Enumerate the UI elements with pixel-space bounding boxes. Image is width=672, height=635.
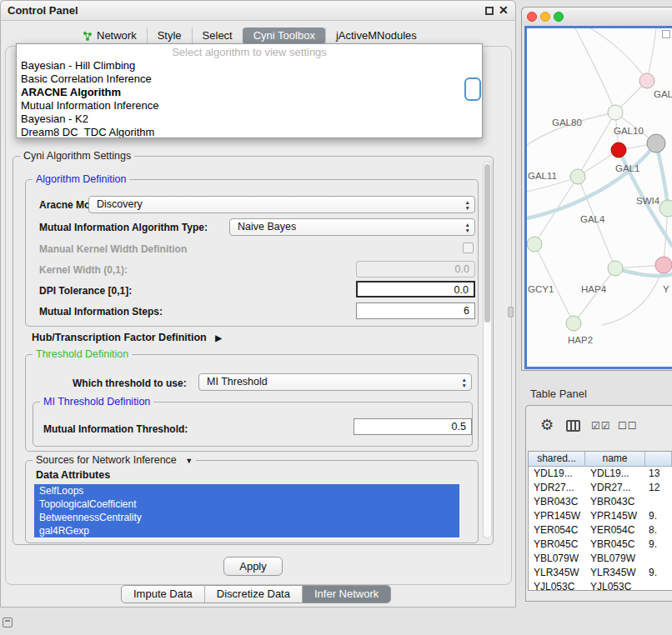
sources-toggle[interactable]: Sources for Network Inference ▼ xyxy=(33,454,196,468)
table-column-header[interactable]: shared... xyxy=(529,452,585,467)
unchecked-boxes-icon[interactable]: ☐☐ xyxy=(618,420,638,432)
table-row[interactable]: YDR27...YDR27...12 xyxy=(529,481,672,495)
data-attribute-item[interactable]: BetweennessCentrality xyxy=(34,511,459,524)
canvas-corner-box[interactable] xyxy=(662,30,670,38)
table-row[interactable]: YDL19...YDL19...13 xyxy=(529,467,672,481)
table-cell: 9. xyxy=(645,538,672,552)
table-column-header[interactable]: name xyxy=(585,452,645,467)
apply-button[interactable]: Apply xyxy=(223,557,283,576)
algorithm-menu-item[interactable]: Mutual Information Inference xyxy=(17,99,482,112)
table-column-header[interactable] xyxy=(645,452,672,467)
manual-kernel-checkbox[interactable] xyxy=(463,242,474,253)
bottom-tab-infer-network[interactable]: Infer Network xyxy=(302,586,390,602)
table-row[interactable]: YBR043CYBR043C xyxy=(529,495,672,509)
data-attribute-item[interactable]: TopologicalCoefficient xyxy=(34,498,459,511)
close-icon[interactable]: ✕ xyxy=(499,3,509,17)
algorithm-menu-item[interactable]: Bayesian - Hill Climbing xyxy=(17,59,482,72)
table-cell: YBR045C xyxy=(529,538,585,552)
mi-type-select[interactable]: Naive Bayes ▲▼ xyxy=(229,218,475,236)
which-threshold-select[interactable]: MI Threshold ▲▼ xyxy=(198,373,472,391)
table-row[interactable]: YJL053CYJL053C xyxy=(529,580,672,591)
node-label: HAP4 xyxy=(581,284,607,294)
network-node[interactable] xyxy=(647,134,665,152)
network-node[interactable] xyxy=(655,257,672,273)
bottom-tab-discretize-data[interactable]: Discretize Data xyxy=(204,586,302,602)
kernel-width-field[interactable]: 0.0 xyxy=(356,261,475,278)
float-window-icon[interactable] xyxy=(485,7,494,15)
tab-network[interactable]: Network xyxy=(73,28,147,44)
dpi-tolerance-field[interactable]: 0.0 xyxy=(356,281,475,298)
table-cell: YJL053C xyxy=(585,580,645,591)
network-node[interactable] xyxy=(608,261,623,276)
network-node[interactable] xyxy=(639,73,654,88)
network-edge[interactable] xyxy=(647,28,656,81)
tab-jactivemnodules[interactable]: jActiveMNodules xyxy=(325,28,427,44)
table-cell: YLR345W xyxy=(529,566,585,580)
network-window-titlebar[interactable] xyxy=(522,8,672,26)
tab-style[interactable]: Style xyxy=(147,28,192,44)
mi-type-value: Naive Bayes xyxy=(238,221,296,232)
table-body: YDL19...YDL19...13YDR27...YDR27...12YBR0… xyxy=(529,467,672,591)
network-node[interactable] xyxy=(608,105,623,120)
network-edge[interactable] xyxy=(527,143,656,218)
gear-icon[interactable]: ⚙ xyxy=(540,416,554,434)
network-edge[interactable] xyxy=(574,268,615,323)
network-node[interactable] xyxy=(611,142,626,158)
control-panel-titlebar[interactable]: Control Panel ✕ xyxy=(1,1,515,21)
table-row[interactable]: YER054CYER054C8. xyxy=(529,523,672,538)
network-edge[interactable] xyxy=(578,112,615,177)
settings-scrollbar[interactable] xyxy=(483,162,492,538)
network-node[interactable] xyxy=(527,237,542,252)
expand-down-icon: ▼ xyxy=(185,457,193,465)
tab-select[interactable]: Select xyxy=(192,28,243,44)
table-row[interactable]: YLR345WYLR345W9. xyxy=(529,566,672,580)
table-row[interactable]: YBL079WYBL079W xyxy=(529,552,672,566)
mi-steps-field[interactable]: 6 xyxy=(356,302,475,319)
close-traffic-light[interactable] xyxy=(527,12,537,22)
threshold-definition-group: Threshold Definition Which threshold to … xyxy=(25,354,479,452)
table-cell: YER054C xyxy=(585,523,645,538)
table-cell: 8. xyxy=(645,523,672,538)
checked-boxes-icon[interactable]: ☑☑ xyxy=(591,420,611,432)
table-cell: YBL079W xyxy=(529,552,585,566)
algorithm-menu-item[interactable]: ARACNE Algorithm xyxy=(17,86,482,99)
sources-title: Sources for Network Inference xyxy=(36,454,177,466)
hub-tf-definition-toggle[interactable]: Hub/Transcription Factor Definition ▶ xyxy=(32,332,222,343)
network-node[interactable] xyxy=(566,316,581,331)
hide-panels-icon[interactable] xyxy=(3,618,13,628)
network-tab-icon xyxy=(83,31,93,41)
bottom-tab-impute-data[interactable]: Impute Data xyxy=(122,586,204,602)
group-title: MI Threshold Definition xyxy=(40,396,153,408)
data-attribute-item[interactable]: SelfLoops xyxy=(34,484,459,498)
algorithm-menu-item[interactable]: Bayesian - K2 xyxy=(17,112,482,126)
table-cell: YDR27... xyxy=(585,481,645,495)
columns-icon[interactable] xyxy=(566,420,580,432)
algorithm-menu-item[interactable]: Basic Correlation Inference xyxy=(17,72,482,86)
table-panel-window: ⚙ ☑☑ ☐☐ shared...name YDL19...YDL19...13… xyxy=(525,405,672,602)
algorithm-menu-item[interactable]: Dream8 DC_TDC Algorithm xyxy=(17,126,482,138)
data-attribute-item[interactable]: gal4RGexp xyxy=(34,524,459,538)
mi-threshold-field[interactable]: 0.5 xyxy=(354,418,472,435)
tab-cyni-toolbox[interactable]: Cyni Toolbox xyxy=(243,28,325,44)
table-cell xyxy=(645,495,672,509)
panel-divider-handle[interactable] xyxy=(508,307,514,318)
network-canvas[interactable]: GALGAL80GAL10GAL11GAL1SWI4GAL4GCY1HAP4YH… xyxy=(524,26,672,369)
tab-label: Style xyxy=(158,29,182,42)
settings-scrollbar-thumb[interactable] xyxy=(484,164,490,322)
aracne-mode-select[interactable]: Discovery ▲▼ xyxy=(88,196,475,213)
group-title: Cyni Algorithm Settings xyxy=(20,150,134,162)
table-row[interactable]: YBR045CYBR045C9. xyxy=(529,538,672,552)
table-cell: YPR145W xyxy=(529,509,585,523)
network-edge[interactable] xyxy=(590,28,647,81)
minimize-traffic-light[interactable] xyxy=(540,12,550,22)
table-panel-title: Table Panel xyxy=(530,388,587,400)
network-node[interactable] xyxy=(570,169,585,184)
combo-arrows-icon: ▲▼ xyxy=(462,377,467,388)
combo-arrows-icon: ▲▼ xyxy=(465,222,470,233)
data-attributes-label: Data Attributes xyxy=(36,469,110,481)
node-label: GAL xyxy=(654,89,672,99)
zoom-traffic-light[interactable] xyxy=(554,12,564,22)
table-row[interactable]: YPR145WYPR145W9. xyxy=(529,509,672,523)
network-node[interactable] xyxy=(659,200,672,217)
mi-threshold-definition-group: MI Threshold Definition Mutual Informati… xyxy=(33,402,473,447)
